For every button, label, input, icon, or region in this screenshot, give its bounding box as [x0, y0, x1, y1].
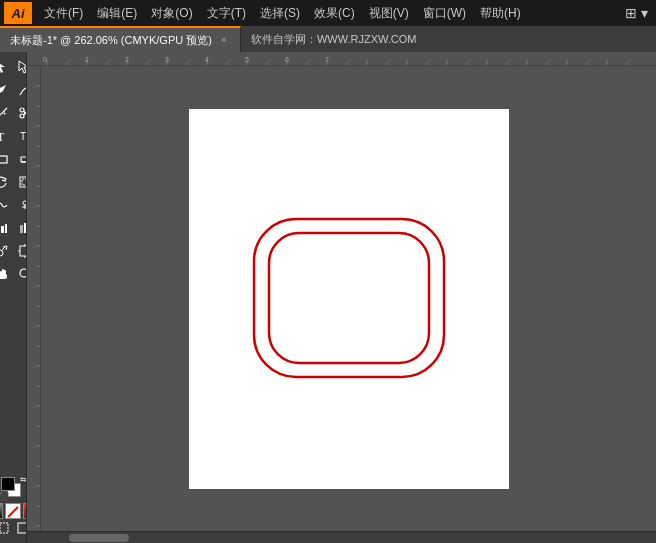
tool-row-warp: [0, 194, 27, 216]
scrollbar-thumb-horizontal[interactable]: [69, 534, 129, 542]
svg-text:T: T: [0, 130, 5, 143]
type-tool[interactable]: T: [0, 125, 13, 147]
swap-colors-icon[interactable]: ⇆: [20, 475, 27, 484]
svg-rect-20: [5, 224, 7, 233]
active-tab[interactable]: 未标题-1* @ 262.06% (CMYK/GPU 预览) ×: [0, 26, 241, 52]
svg-text:+: +: [2, 109, 7, 118]
reset-colors-icon[interactable]: ⬛: [0, 492, 9, 501]
tool-row-anchor: +: [0, 102, 27, 124]
svg-rect-74: [27, 66, 40, 531]
artboard-tool[interactable]: [14, 240, 28, 262]
svg-text:T: T: [20, 131, 26, 142]
canvas-content: [27, 66, 656, 531]
menu-text[interactable]: 文字(T): [201, 3, 252, 24]
direct-selection-tool[interactable]: [14, 56, 28, 78]
svg-rect-10: [0, 156, 7, 163]
svg-text:5: 5: [245, 56, 249, 63]
tool-row-hand: [0, 263, 27, 285]
eraser-tool[interactable]: [14, 148, 28, 170]
svg-rect-21: [20, 225, 23, 233]
canvas-background: [41, 66, 656, 531]
canvas-area: 0 1 2 3 4 5 6 7: [27, 52, 656, 543]
hand-tool[interactable]: [0, 263, 13, 285]
graph-tool[interactable]: [0, 217, 13, 239]
svg-rect-99: [269, 233, 429, 363]
svg-text:4: 4: [205, 56, 209, 63]
menu-select[interactable]: 选择(S): [254, 3, 306, 24]
tool-row-selection: [0, 56, 27, 78]
scissors-tool[interactable]: [14, 102, 28, 124]
free-transform-tool[interactable]: [14, 171, 28, 193]
svg-marker-1: [19, 61, 28, 73]
menu-edit[interactable]: 编辑(E): [91, 3, 143, 24]
svg-rect-19: [1, 226, 4, 233]
draw-mode-button[interactable]: [0, 521, 12, 535]
svg-rect-33: [0, 523, 8, 533]
gradient-swatch[interactable]: [0, 503, 3, 519]
tool-row-shape: [0, 148, 27, 170]
horizontal-scrollbar[interactable]: [27, 531, 656, 543]
svg-rect-98: [254, 219, 444, 377]
svg-text:7: 7: [325, 56, 329, 63]
svg-rect-34: [18, 523, 27, 533]
tab-title: 未标题-1* @ 262.06% (CMYK/GPU 预览): [10, 33, 212, 48]
svg-text:3: 3: [165, 56, 169, 63]
ai-logo: Ai: [4, 2, 32, 24]
zoom-tool[interactable]: [14, 263, 28, 285]
svg-text:6: 6: [285, 56, 289, 63]
tool-row-symbol: [0, 240, 27, 262]
svg-point-15: [23, 201, 27, 205]
svg-text:2: 2: [125, 56, 129, 63]
tool-row-rotate: [0, 171, 27, 193]
tool-row-graph: [0, 217, 27, 239]
menu-effect[interactable]: 效果(C): [308, 3, 361, 24]
none-swatch[interactable]: [5, 503, 21, 519]
title-bar: Ai 文件(F) 编辑(E) 对象(O) 文字(T) 选择(S) 效果(C) 视…: [0, 0, 656, 26]
menu-help[interactable]: 帮助(H): [474, 3, 527, 24]
tool-row-pen: [0, 79, 27, 101]
svg-point-24: [0, 250, 3, 256]
menu-object[interactable]: 对象(O): [145, 3, 198, 24]
symbol-sprayer-tool[interactable]: [0, 240, 13, 262]
svg-point-30: [20, 269, 28, 277]
svg-text:1: 1: [85, 56, 89, 63]
menu-file[interactable]: 文件(F): [38, 3, 89, 24]
artwork-svg: [239, 199, 459, 399]
curvature-tool[interactable]: [14, 79, 28, 101]
puppet-warp-tool[interactable]: [14, 194, 28, 216]
selection-tool[interactable]: [0, 56, 13, 78]
svg-text:0: 0: [43, 56, 47, 63]
artboard: [189, 109, 509, 489]
column-graph-tool[interactable]: [14, 217, 28, 239]
menu-bar: 文件(F) 编辑(E) 对象(O) 文字(T) 选择(S) 效果(C) 视图(V…: [38, 3, 527, 24]
svg-rect-35: [27, 52, 656, 65]
touch-type-tool[interactable]: T: [14, 125, 28, 147]
ruler-vertical: [27, 66, 41, 531]
menu-window[interactable]: 窗口(W): [417, 3, 472, 24]
rectangle-tool[interactable]: [0, 148, 13, 170]
svg-rect-25: [20, 246, 28, 256]
menu-view[interactable]: 视图(V): [363, 3, 415, 24]
tool-row-type: T T: [0, 125, 27, 147]
screen-mode-button[interactable]: [14, 521, 27, 535]
toolbar: + T T: [0, 52, 27, 543]
color-mode-row: [0, 503, 27, 519]
rotate-tool[interactable]: [0, 171, 13, 193]
color-area: ⇆ ⬛: [0, 477, 27, 539]
tab-close-button[interactable]: ×: [218, 34, 230, 46]
svg-marker-0: [0, 61, 5, 73]
tab-extra-label: 软件自学网：WWW.RJZXW.COM: [241, 26, 656, 52]
foreground-color-swatch[interactable]: [1, 477, 15, 491]
warp-tool[interactable]: [0, 194, 13, 216]
ruler-horizontal: 0 1 2 3 4 5 6 7: [27, 52, 656, 66]
main-layout: + T T: [0, 52, 656, 543]
bottom-icons: [0, 521, 27, 535]
add-anchor-tool[interactable]: +: [0, 102, 13, 124]
window-controls: ⊞ ▾: [625, 5, 652, 21]
workspace-icon[interactable]: ⊞ ▾: [625, 5, 648, 21]
tab-bar: 未标题-1* @ 262.06% (CMYK/GPU 预览) × 软件自学网：W…: [0, 26, 656, 52]
pen-tool[interactable]: [0, 79, 13, 101]
